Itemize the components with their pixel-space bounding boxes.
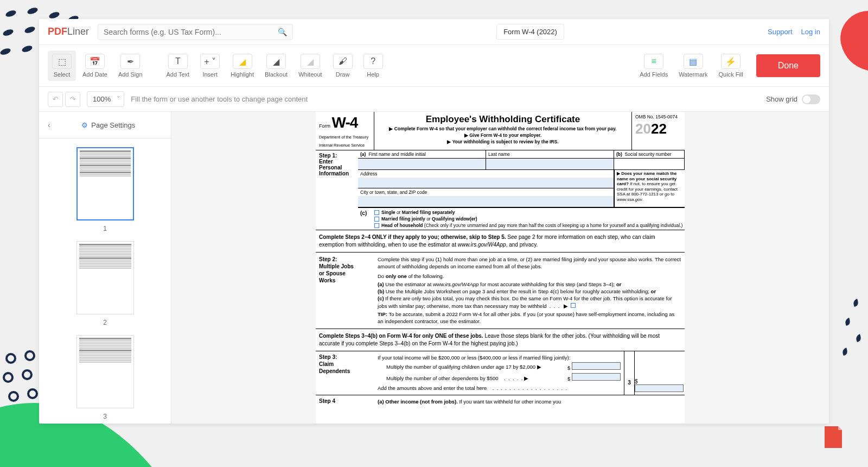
- blackout-icon: ◢: [273, 56, 279, 67]
- svg-point-10: [25, 351, 34, 360]
- filing-single-checkbox[interactable]: [374, 210, 379, 215]
- svg-point-14: [28, 389, 37, 398]
- page-thumbnails[interactable]: 1 2 3: [39, 138, 171, 424]
- undo-button[interactable]: ↶: [48, 92, 63, 107]
- svg-point-0: [5, 9, 17, 18]
- search-box[interactable]: 🔍: [98, 24, 293, 40]
- page-num-3: 3: [39, 413, 171, 420]
- svg-point-8: [21, 45, 33, 53]
- question-icon: ?: [371, 56, 375, 66]
- page-thumb-3[interactable]: [76, 335, 134, 408]
- signature-icon: ✒: [127, 56, 134, 67]
- svg-point-12: [23, 370, 31, 379]
- add-date-tool[interactable]: 📅Add Date: [78, 51, 112, 81]
- highlighter-icon: ◢: [239, 56, 246, 67]
- logo: PDFLiner: [48, 26, 89, 37]
- city-field[interactable]: [358, 196, 614, 207]
- subbar: ↶ ↷ 100% ˅ Fill the form or use another …: [39, 87, 829, 112]
- quick-fill-tool[interactable]: ⚡Quick Fill: [714, 51, 748, 81]
- whiteout-tool[interactable]: ◢Whiteout: [294, 51, 326, 81]
- login-link[interactable]: Log in: [801, 28, 820, 36]
- zoom-select[interactable]: 100% ˅: [87, 91, 124, 107]
- add-fields-tool[interactable]: ≡Add Fields: [635, 51, 672, 81]
- filing-hoh-checkbox[interactable]: [374, 223, 379, 228]
- hint-text: Fill the form or use another tools to ch…: [131, 95, 308, 103]
- svg-point-9: [7, 354, 15, 363]
- blackout-tool[interactable]: ◢Blackout: [260, 51, 292, 81]
- insert-tool[interactable]: + ˅Insert: [196, 51, 224, 81]
- settings-icon: ⚙: [81, 121, 88, 129]
- cursor-icon: ⬚: [58, 56, 66, 67]
- support-link[interactable]: Support: [768, 28, 793, 36]
- page-thumb-2[interactable]: [76, 241, 134, 314]
- svg-point-2: [48, 11, 60, 20]
- filing-joint-checkbox[interactable]: [374, 217, 379, 222]
- lightning-icon: ⚡: [725, 56, 736, 67]
- header-bar: PDFLiner 🔍 Form W-4 (2022) Support Log i…: [39, 19, 829, 45]
- watermark-tool[interactable]: ▤Watermark: [674, 51, 712, 81]
- workspace: ‹ ⚙Page Settings 1 2 3: [39, 112, 829, 424]
- chevron-down-icon: ˅: [117, 95, 120, 103]
- search-icon[interactable]: 🔍: [278, 28, 287, 36]
- plus-icon: + ˅: [204, 56, 216, 67]
- add-sign-tool[interactable]: ✒Add Sign: [114, 51, 147, 81]
- whiteout-icon: ◢: [307, 56, 314, 67]
- select-tool[interactable]: ⬚Select: [48, 51, 76, 81]
- header-links: Support Log in: [768, 28, 820, 36]
- svg-point-1: [27, 7, 39, 15]
- doc-title: Employee's Withholding Certificate: [376, 114, 629, 125]
- toolbar: ⬚Select 📅Add Date ✒Add Sign TAdd Text + …: [39, 45, 829, 87]
- done-button[interactable]: Done: [756, 54, 820, 77]
- page-thumb-1[interactable]: [76, 147, 134, 220]
- collapse-sidebar-button[interactable]: ‹: [46, 118, 53, 131]
- help-tool[interactable]: ?Help: [359, 51, 387, 81]
- watermark-icon: ▤: [689, 56, 697, 67]
- step3-total-amount[interactable]: [635, 384, 684, 392]
- step1-label: Step 1: Enter Personal Information: [316, 150, 358, 230]
- highlight-tool[interactable]: ◢Highlight: [226, 51, 258, 81]
- svg-point-4: [2, 28, 14, 37]
- page-settings-button[interactable]: ⚙Page Settings: [53, 121, 164, 129]
- show-grid-toggle[interactable]: Show grid: [766, 94, 820, 104]
- text-icon: T: [175, 56, 181, 66]
- document-page: Form W-4 Department of the Treasury Inte…: [316, 112, 685, 424]
- step3-children-amount[interactable]: [572, 362, 621, 370]
- document-canvas[interactable]: Form W-4 Department of the Treasury Inte…: [171, 112, 829, 424]
- sidebar: ‹ ⚙Page Settings 1 2 3: [39, 112, 171, 424]
- redo-button[interactable]: ↷: [65, 92, 80, 107]
- svg-point-13: [9, 392, 18, 401]
- step2c-checkbox[interactable]: [571, 303, 576, 308]
- svg-point-7: [0, 47, 11, 56]
- form-name-badge: Form W-4 (2022): [496, 24, 564, 40]
- add-text-tool[interactable]: TAdd Text: [162, 51, 194, 81]
- step3-dependents-amount[interactable]: [572, 373, 621, 381]
- svg-point-11: [4, 373, 12, 382]
- toggle-switch[interactable]: [802, 94, 820, 104]
- first-name-field[interactable]: [358, 159, 486, 169]
- sidebar-header: ‹ ⚙Page Settings: [39, 112, 171, 138]
- app-window: PDFLiner 🔍 Form W-4 (2022) Support Log i…: [39, 19, 829, 424]
- search-input[interactable]: [104, 28, 278, 36]
- page-num-1: 1: [39, 225, 171, 232]
- calendar-icon: 📅: [90, 56, 100, 67]
- fields-icon: ≡: [651, 56, 656, 66]
- draw-tool[interactable]: 🖌Draw: [329, 51, 357, 81]
- address-field[interactable]: [358, 178, 614, 188]
- last-name-field[interactable]: [486, 159, 614, 169]
- brush-icon: 🖌: [339, 56, 347, 66]
- page-num-2: 2: [39, 319, 171, 326]
- svg-point-5: [24, 26, 36, 34]
